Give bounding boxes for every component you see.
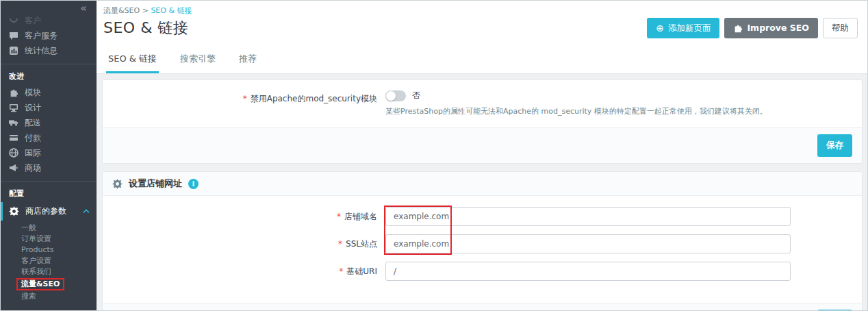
- sidebar-collapse-icon[interactable]: «: [1, 1, 97, 14]
- sidebar-item-marketplace[interactable]: 商场: [1, 160, 97, 175]
- sidebar-item-stats[interactable]: 统计信息: [1, 43, 97, 58]
- mod-security-label: 禁用Apache的mod_security模块: [251, 94, 377, 103]
- sidebar-item-customer-service[interactable]: 客户服务: [1, 28, 97, 43]
- tab-search-engines[interactable]: 搜索引擎: [178, 45, 218, 73]
- truck-icon: [9, 118, 18, 127]
- toggle-state-label: 否: [412, 90, 420, 101]
- sidebar-section-configure: 配置: [1, 186, 97, 202]
- sidebar-subitem-search[interactable]: 搜索: [21, 291, 97, 302]
- sidebar-item-label: 商店的参数: [25, 206, 66, 217]
- base-uri-label-wrap: *基础URI: [114, 266, 377, 277]
- base-uri-label: 基础URI: [346, 266, 377, 276]
- toggle-knob: [386, 91, 396, 101]
- mod-security-toggle[interactable]: [385, 90, 406, 101]
- ssl-domain-input[interactable]: [385, 234, 791, 253]
- sidebar-item-design[interactable]: 设计: [1, 100, 97, 115]
- sidebar-item-label: 设计: [25, 103, 41, 112]
- main-area: 流量&SEO > SEO & 链接 SEO & 链接 ⊕ 添加新页面 Impro…: [97, 1, 867, 310]
- credit-card-icon: [9, 133, 18, 142]
- sidebar-item-label: 商场: [25, 163, 41, 173]
- shop-domain-input[interactable]: [385, 207, 791, 226]
- required-asterisk: *: [243, 94, 247, 103]
- traffic-seo-annotation-box: 流量&SEO: [21, 277, 97, 291]
- add-new-page-button[interactable]: ⊕ 添加新页面: [647, 18, 719, 38]
- sidebar-item-shop-parameters[interactable]: 商店的参数: [1, 202, 97, 221]
- help-button[interactable]: 帮助: [823, 18, 858, 38]
- plus-circle-icon: ⊕: [656, 24, 664, 32]
- sidebar-subitem-traffic-seo[interactable]: 流量&SEO: [16, 278, 64, 290]
- page-title: SEO & 链接: [103, 18, 188, 38]
- gear-icon: [9, 206, 19, 216]
- mod-security-label-wrap: *禁用Apache的mod_security模块: [114, 90, 377, 105]
- sidebar-item-label: 客户服务: [25, 31, 58, 40]
- shop-parameters-submenu: 一般 订单设置 Products 客户设置 联系我们 流量&SEO 搜索: [1, 221, 97, 302]
- gear-icon: [112, 179, 123, 189]
- sidebar-item-label: 配送: [25, 118, 41, 127]
- megaphone-icon: [9, 163, 18, 173]
- sidebar-subitem-customer-settings[interactable]: 客户设置: [21, 256, 97, 266]
- sidebar-item-international[interactable]: 国际: [1, 145, 97, 160]
- sidebar-subitem-order-settings[interactable]: 订单设置: [21, 234, 97, 245]
- puzzle-icon: [733, 23, 743, 33]
- required-asterisk: *: [339, 266, 343, 276]
- sidebar-item-customers[interactable]: 客户: [1, 13, 97, 28]
- sidebar-item-label: 客户: [25, 16, 41, 25]
- sidebar-item-modules[interactable]: 模块: [1, 85, 97, 100]
- shop-url-panel: 设置店铺网址 i *店铺域名 *SSL站点: [102, 171, 863, 310]
- tab-referrers[interactable]: 推荐: [237, 45, 259, 73]
- sidebar-item-label: 付款: [25, 133, 41, 142]
- improve-seo-button[interactable]: Improve SEO: [724, 18, 818, 38]
- tab-bar: SEO & 链接 搜索引擎 推荐: [97, 45, 867, 74]
- ssl-domain-label: SSL站点: [346, 239, 377, 249]
- tab-seo-links[interactable]: SEO & 链接: [106, 45, 159, 73]
- improve-seo-label: Improve SEO: [747, 23, 809, 33]
- sidebar-item-label: 国际: [25, 148, 41, 158]
- page-header: 流量&SEO > SEO & 链接 SEO & 链接 ⊕ 添加新页面 Impro…: [97, 1, 867, 45]
- content-area: *禁用Apache的mod_security模块 否 某些PrestaShop的…: [97, 74, 867, 310]
- sidebar-section-improve: 改进: [1, 69, 97, 85]
- mod-security-help-text: 某些PrestaShop的属性可能无法和Apache的 mod_security…: [385, 106, 767, 116]
- globe-icon: [9, 148, 18, 158]
- sidebar: « 客户 客户服务 统计信息 改进 模块 设计 配送 付款: [1, 1, 97, 310]
- mod-security-panel: *禁用Apache的mod_security模块 否 某些PrestaShop的…: [102, 79, 863, 164]
- sidebar-subitem-general[interactable]: 一般: [21, 223, 97, 234]
- breadcrumb-separator: >: [142, 6, 149, 15]
- sidebar-item-payment[interactable]: 付款: [1, 130, 97, 145]
- sidebar-item-shipping[interactable]: 配送: [1, 115, 97, 130]
- breadcrumb-current[interactable]: SEO & 链接: [151, 6, 192, 15]
- breadcrumb: 流量&SEO > SEO & 链接: [103, 5, 858, 16]
- sidebar-item-label: 统计信息: [25, 46, 58, 55]
- chat-bubble-icon: [9, 31, 18, 40]
- bar-chart-icon: [9, 46, 18, 55]
- required-asterisk: *: [338, 239, 342, 249]
- base-uri-input[interactable]: [385, 262, 791, 281]
- sidebar-subitem-contact[interactable]: 联系我们: [21, 266, 97, 277]
- prestashop-admin-window: « 客户 客户服务 统计信息 改进 模块 设计 配送 付款: [0, 0, 868, 311]
- shop-domain-label-wrap: *店铺域名: [114, 211, 377, 223]
- save-button[interactable]: 保存: [817, 134, 852, 157]
- shop-domain-label: 店铺域名: [344, 212, 377, 221]
- shop-url-section-title: 设置店铺网址: [129, 177, 182, 190]
- required-asterisk: *: [337, 212, 341, 221]
- ssl-domain-label-wrap: *SSL站点: [114, 238, 377, 250]
- sidebar-subitem-products[interactable]: Products: [21, 245, 97, 256]
- info-icon[interactable]: i: [188, 179, 199, 189]
- puzzle-icon: [9, 88, 18, 97]
- sidebar-item-label: 模块: [25, 88, 41, 97]
- header-buttons: ⊕ 添加新页面 Improve SEO 帮助: [647, 18, 858, 38]
- save-button[interactable]: 保存: [817, 310, 852, 310]
- chevron-up-icon: [83, 209, 90, 214]
- monitor-icon: [9, 103, 18, 112]
- customers-icon: [9, 16, 18, 25]
- shop-url-fields: *店铺域名 *SSL站点 *基础URI: [103, 196, 862, 303]
- sidebar-divider: [1, 181, 97, 182]
- add-new-page-label: 添加新页面: [668, 23, 711, 33]
- sidebar-divider: [1, 64, 97, 64]
- breadcrumb-parent[interactable]: 流量&SEO: [103, 6, 140, 15]
